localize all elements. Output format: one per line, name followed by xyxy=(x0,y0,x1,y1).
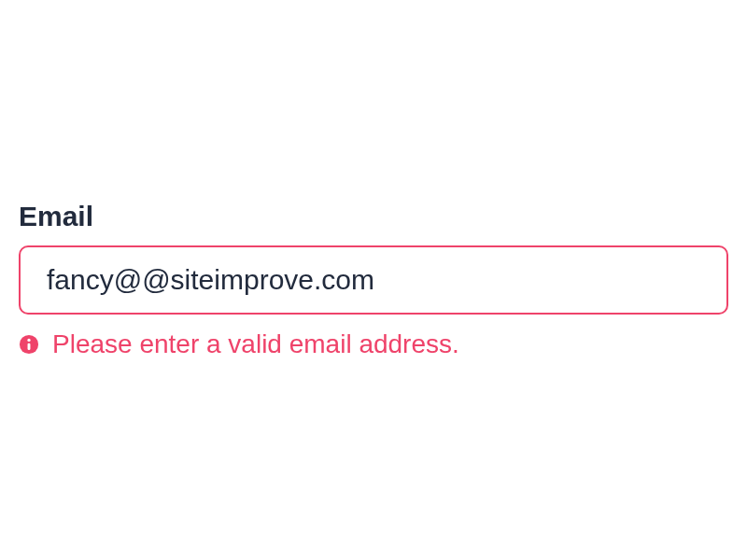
email-input[interactable] xyxy=(19,245,728,315)
error-message-row: Please enter a valid email address. xyxy=(19,329,728,359)
email-form-group: Email Please enter a valid email address… xyxy=(19,201,728,359)
error-message-text: Please enter a valid email address. xyxy=(52,329,459,359)
email-label: Email xyxy=(19,201,728,232)
info-icon xyxy=(19,334,39,355)
svg-point-1 xyxy=(27,339,30,342)
svg-rect-2 xyxy=(28,343,31,350)
